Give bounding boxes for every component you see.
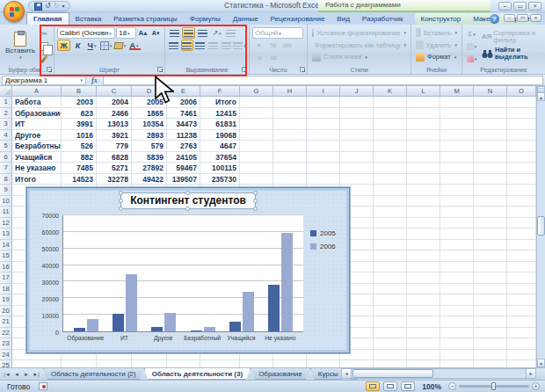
align-bottom-button[interactable] [196, 27, 209, 39]
cell[interactable] [407, 272, 440, 284]
clipboard-dialog-launcher-icon[interactable] [47, 67, 52, 72]
sheet-nav-icon-1[interactable]: ◄ [12, 372, 21, 377]
cell[interactable]: Другое [12, 130, 62, 142]
number-dialog-launcher-icon[interactable] [300, 67, 305, 72]
cell[interactable] [240, 119, 273, 130]
cell[interactable] [474, 130, 507, 142]
cell[interactable] [374, 141, 407, 152]
cell[interactable] [407, 306, 440, 317]
bar-2005-ИТ[interactable] [113, 314, 124, 331]
cell[interactable] [507, 152, 536, 163]
clear-button[interactable]: ▾ [465, 53, 478, 64]
cell[interactable]: 59467 [167, 163, 200, 174]
cell[interactable] [307, 174, 340, 185]
cell[interactable] [340, 360, 374, 367]
cell[interactable] [507, 207, 536, 218]
zoom-level-label[interactable]: 100% [422, 382, 441, 391]
cell[interactable] [474, 196, 507, 207]
cell[interactable]: Работа [12, 97, 62, 108]
cell[interactable] [132, 360, 167, 367]
row-header-10[interactable]: 10 [0, 196, 12, 207]
cell[interactable] [440, 196, 474, 207]
cell[interactable] [374, 130, 407, 142]
cell[interactable] [507, 119, 536, 130]
cell[interactable] [240, 141, 273, 152]
cell[interactable] [440, 141, 474, 152]
cell[interactable]: Учащийся [12, 152, 62, 163]
bar-2006-Другое[interactable] [164, 313, 176, 331]
cell[interactable] [474, 174, 507, 185]
cell[interactable] [474, 338, 507, 350]
cell[interactable] [507, 163, 536, 174]
row-header-8[interactable]: 8 [0, 174, 12, 185]
cell[interactable]: 2893 [132, 130, 167, 142]
cell[interactable] [507, 240, 536, 251]
cell[interactable]: 2763 [167, 141, 200, 152]
cell[interactable] [507, 360, 536, 367]
cell[interactable]: 5839 [132, 152, 167, 163]
selection-handle[interactable] [253, 191, 258, 195]
cell[interactable] [440, 119, 474, 130]
macro-record-icon[interactable] [39, 382, 47, 390]
cell[interactable] [307, 163, 340, 174]
cell[interactable]: 5271 [97, 163, 132, 174]
cell[interactable] [407, 152, 440, 163]
cell[interactable] [507, 328, 536, 339]
bar-group-ИТ[interactable] [105, 215, 144, 331]
cell[interactable] [374, 196, 407, 207]
grow-font-button[interactable]: A▴ [137, 27, 149, 39]
cell[interactable] [440, 316, 474, 328]
cell[interactable] [440, 163, 474, 174]
cell[interactable]: 2004 [97, 97, 132, 108]
cell[interactable] [62, 360, 97, 367]
column-header-I[interactable]: I [307, 86, 340, 97]
cell[interactable] [307, 141, 340, 152]
tab-разметка-страницы[interactable]: Разметка страницы [107, 13, 184, 25]
row-header-18[interactable]: 18 [0, 284, 12, 295]
restore-button[interactable]: ▭ [513, 2, 527, 11]
cell[interactable]: 12415 [200, 108, 240, 120]
cell[interactable] [407, 108, 440, 120]
cell[interactable] [440, 272, 474, 284]
increase-indent-button[interactable] [221, 40, 233, 51]
cell[interactable] [507, 306, 536, 317]
cell[interactable] [507, 130, 536, 142]
cell[interactable] [407, 163, 440, 174]
vertical-scrollbar[interactable]: ▲ ▼ [536, 86, 545, 367]
cell[interactable] [474, 240, 507, 251]
cell[interactable] [374, 272, 407, 284]
orientation-button[interactable]: ↗▾ [210, 27, 223, 39]
cell[interactable] [273, 163, 307, 174]
font-size-combo[interactable]: 18▾ [116, 27, 135, 39]
column-header-M[interactable]: M [440, 86, 474, 97]
office-button[interactable] [4, 1, 25, 22]
cell[interactable] [440, 294, 474, 306]
horizontal-scroll-thumb[interactable] [352, 369, 433, 378]
cell[interactable]: 49422 [132, 174, 167, 185]
cell[interactable] [440, 306, 474, 317]
cell[interactable] [474, 328, 507, 339]
cell[interactable] [340, 119, 374, 130]
autosum-button[interactable]: Σ▾ [465, 28, 478, 40]
cell[interactable] [507, 272, 536, 284]
cell[interactable] [407, 262, 440, 273]
cell[interactable] [307, 360, 340, 367]
cell[interactable]: ИТ [12, 119, 62, 130]
column-header-C[interactable]: C [97, 86, 132, 97]
cell[interactable] [407, 130, 440, 142]
cell[interactable]: 1016 [62, 130, 97, 142]
cell[interactable] [407, 294, 440, 306]
cell[interactable] [474, 262, 507, 273]
cell[interactable] [273, 174, 307, 185]
cell[interactable] [474, 218, 507, 229]
cell[interactable] [12, 360, 62, 367]
cell[interactable] [374, 218, 407, 229]
row-header-6[interactable]: 6 [0, 152, 12, 163]
cell[interactable]: Образование [12, 108, 62, 120]
cell[interactable] [340, 97, 374, 108]
cell[interactable] [407, 328, 440, 339]
scroll-down-icon[interactable]: ▼ [537, 359, 545, 367]
shrink-font-button[interactable]: A▾ [149, 27, 162, 39]
cell[interactable]: 61831 [200, 119, 240, 130]
currency-format-button[interactable]: ¤ [252, 40, 265, 51]
